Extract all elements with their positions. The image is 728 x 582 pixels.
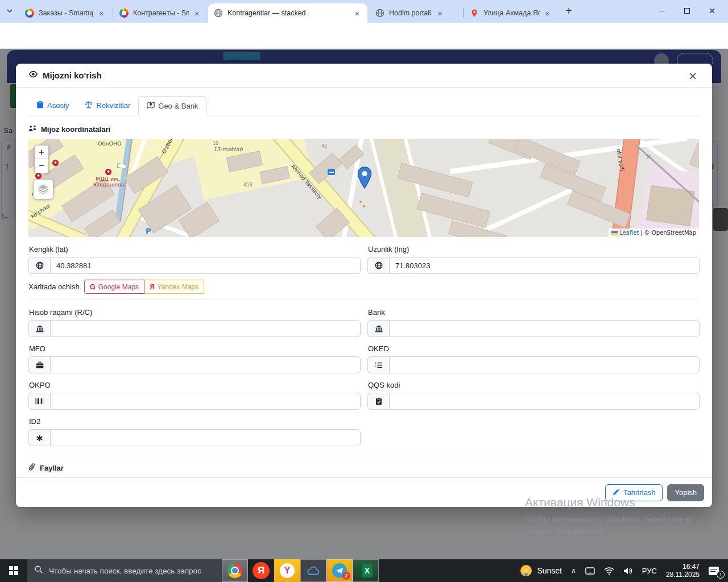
- telegram-badge: 2: [342, 572, 350, 580]
- tab-separator: [463, 7, 464, 18]
- excel-icon: X: [359, 564, 373, 577]
- tab-search-chevron-icon[interactable]: [6, 7, 14, 17]
- map-housenumber: 10: [213, 141, 218, 146]
- tab-geo-bank[interactable]: Geo & Bank: [138, 96, 206, 115]
- tab-label: Rekvizitlar: [96, 101, 130, 110]
- map-pin-favicon: [470, 9, 479, 18]
- tab-close-icon[interactable]: ×: [193, 9, 200, 18]
- eye-icon: [28, 69, 38, 81]
- modal-close-icon[interactable]: ×: [685, 68, 701, 84]
- barcode-icon: [28, 393, 50, 410]
- search-placeholder: Чтобы начать поиск, введите здесь запрос: [49, 567, 201, 575]
- restore-icon: [684, 8, 690, 14]
- chrome-icon: [228, 563, 242, 578]
- yandex-ya-icon: Я: [150, 283, 155, 291]
- sunset-icon: [520, 564, 532, 577]
- tab-rekvizitlar[interactable]: Rekvizitlar: [77, 95, 138, 115]
- weather-widget[interactable]: Sunset: [515, 559, 566, 582]
- taskbar-telegram[interactable]: 2: [326, 559, 353, 582]
- okpo-input[interactable]: [50, 393, 361, 410]
- notification-center-button[interactable]: 1: [704, 559, 728, 582]
- windows-logo-icon: [9, 566, 18, 575]
- briefcase-icon: [28, 356, 50, 373]
- search-icon: [34, 565, 43, 576]
- yandex-browser-icon: Я: [253, 562, 270, 579]
- modal-footer: Tahrirlash Yopish: [16, 477, 712, 507]
- leaflet-link[interactable]: Leaflet: [619, 230, 639, 236]
- wifi-icon[interactable]: [599, 559, 619, 582]
- map-shape: [359, 201, 362, 203]
- asterisk-icon: ∗: [28, 429, 50, 446]
- zoom-in-button[interactable]: +: [35, 146, 48, 159]
- modal-title: Mijozni ko'rish: [43, 70, 102, 80]
- taskbar-yandex-browser[interactable]: Я: [248, 559, 274, 582]
- yandex-y-icon: Y: [280, 563, 295, 578]
- edit-button[interactable]: Tahrirlash: [605, 484, 663, 501]
- divider: [28, 455, 700, 455]
- hotel-bed-line: [329, 172, 334, 173]
- oked-input[interactable]: [389, 356, 700, 373]
- qqs-input[interactable]: [389, 393, 700, 410]
- oked-label: OKED: [368, 344, 700, 353]
- bank-input[interactable]: [389, 320, 700, 337]
- smartup-favicon: [119, 9, 129, 18]
- tab-title: Kontragentlar — stacked: [228, 9, 306, 17]
- browser-tab-5[interactable]: Улица Ахмада Яссави, 4 ×: [464, 3, 556, 23]
- modal-tab-nav: Asosiy Rekvizitlar Geo & Bank: [28, 95, 700, 115]
- browser-tab-2[interactable]: Контрагенты - Smartup ×: [114, 3, 206, 23]
- layers-control-button[interactable]: [33, 179, 53, 199]
- taskbar-search[interactable]: Чтобы начать поиск, введите здесь запрос: [27, 559, 222, 582]
- volume-icon[interactable]: [619, 559, 638, 582]
- mfo-input[interactable]: [50, 356, 361, 373]
- tab-close-icon[interactable]: ×: [97, 9, 106, 18]
- google-maps-label: Google Maps: [98, 283, 139, 291]
- clock[interactable]: 16:47 28.11.2025: [661, 559, 704, 582]
- new-tab-button[interactable]: +: [562, 5, 576, 18]
- tray-time: 16:47: [666, 563, 700, 571]
- language-indicator[interactable]: РУС: [638, 559, 661, 582]
- weather-label: Sunset: [537, 566, 562, 575]
- window-restore-button[interactable]: [675, 0, 700, 22]
- location-marker-pin[interactable]: [357, 167, 372, 192]
- taskbar-yandex[interactable]: Y: [274, 559, 300, 582]
- start-button[interactable]: [0, 559, 27, 582]
- cloud-icon: [307, 566, 320, 576]
- tab-close-icon[interactable]: ×: [544, 9, 551, 18]
- svg-text:2: 2: [375, 364, 377, 367]
- tab-close-icon[interactable]: ×: [353, 9, 362, 18]
- browser-tab-4[interactable]: Hodim portali ×: [370, 3, 462, 23]
- leaflet-map[interactable]: ×: [28, 139, 699, 237]
- hospital-icon: +: [52, 160, 59, 166]
- taskbar-cloud-app[interactable]: [300, 559, 326, 582]
- account-input[interactable]: [50, 320, 361, 337]
- lng-input[interactable]: [389, 257, 700, 274]
- railway-crossing-icon: ×: [646, 153, 651, 160]
- id2-input[interactable]: [50, 429, 361, 446]
- browser-tab-1[interactable]: Заказы - Smartup ×: [19, 3, 111, 23]
- tray-chevron-up[interactable]: ∧: [566, 559, 581, 582]
- taskbar-chrome[interactable]: [222, 559, 248, 582]
- yandex-maps-button[interactable]: Я Yandex Maps: [144, 280, 204, 294]
- scales-icon: [85, 101, 93, 110]
- window-close-button[interactable]: ×: [700, 0, 725, 22]
- yandex-maps-label: Yandex Maps: [158, 283, 199, 291]
- map-label: ОблОНО: [98, 140, 122, 147]
- map-housenumber: 45В: [243, 182, 253, 188]
- tab-close-icon[interactable]: ×: [436, 9, 445, 18]
- tab-title: Hodim portali: [389, 9, 431, 17]
- zoom-out-button[interactable]: −: [35, 159, 48, 173]
- osm-link[interactable]: © OpenStreetMap: [644, 230, 696, 236]
- browser-tab-3-active[interactable]: Kontragentlar — stacked ×: [208, 3, 367, 23]
- window-minimize-button[interactable]: [650, 0, 675, 22]
- tab-asosiy[interactable]: Asosiy: [28, 95, 77, 115]
- map-attribution: Leaflet | © OpenStreetMap: [609, 228, 699, 237]
- close-button[interactable]: Yopish: [667, 484, 704, 501]
- lat-input[interactable]: [50, 257, 361, 274]
- google-maps-button[interactable]: G Google Maps: [84, 280, 145, 294]
- tablet-mode-icon[interactable]: [581, 559, 599, 582]
- taskbar-excel[interactable]: X: [353, 559, 379, 582]
- tab-label: Geo & Bank: [158, 102, 198, 110]
- notification-badge: 1: [717, 571, 725, 579]
- tab-title: Улица Ахмада Яссави, 4: [483, 9, 540, 17]
- map-housenumber: 45: [321, 144, 327, 149]
